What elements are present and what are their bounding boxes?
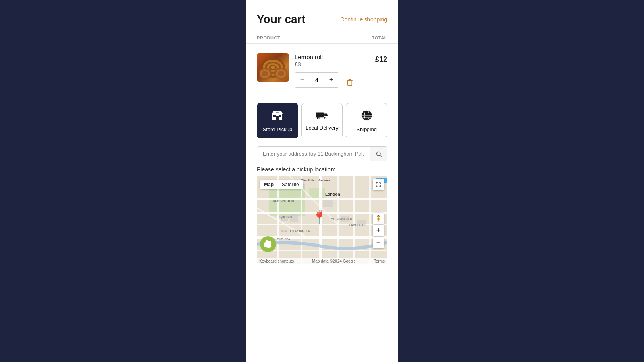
svg-rect-17 — [316, 112, 324, 117]
cart-panel: Your cart Continue shopping PRODUCT TOTA… — [246, 0, 398, 362]
map-type-satellite-button[interactable]: Satellite — [278, 180, 303, 189]
address-search-bar — [257, 146, 387, 161]
cart-title: Your cart — [257, 13, 305, 26]
cart-item-row: Lemon roll £3 − 4 + £12 — [246, 47, 398, 95]
delivery-options: Store Pickup Local Delivery — [246, 95, 398, 145]
svg-point-8 — [278, 71, 284, 76]
address-search-button[interactable] — [370, 147, 387, 161]
globe-icon — [360, 109, 373, 122]
delivery-truck-icon — [316, 109, 328, 120]
map-zoom-controls: + − — [373, 225, 384, 248]
local-delivery-label: Local Delivery — [305, 125, 339, 131]
store-icon — [271, 109, 284, 122]
svg-rect-22 — [324, 114, 325, 116]
map-data-label: Map data ©2024 Google — [312, 259, 356, 263]
pickup-location-label: Please select a pickup location: — [246, 166, 398, 176]
search-icon — [376, 151, 382, 157]
svg-rect-38 — [257, 250, 387, 251]
product-name: Lemon roll — [295, 53, 369, 60]
svg-text:London: London — [325, 192, 340, 197]
svg-rect-37 — [257, 236, 387, 239]
svg-line-30 — [380, 155, 382, 157]
svg-rect-16 — [276, 112, 279, 113]
svg-rect-49 — [323, 200, 333, 207]
map-terms-label[interactable]: Terms — [374, 259, 385, 263]
svg-text:Hyde Park: Hyde Park — [279, 216, 292, 219]
map-pegman[interactable]: 🧍 — [373, 213, 384, 224]
product-total: £12 — [375, 53, 387, 64]
fullscreen-icon — [376, 182, 381, 187]
product-column-label: PRODUCT — [257, 35, 280, 40]
continue-shopping-button[interactable]: Continue shopping — [340, 16, 387, 23]
product-image-inner — [257, 53, 289, 82]
cart-header: Your cart Continue shopping — [246, 0, 398, 32]
shipping-label: Shipping — [356, 126, 377, 132]
svg-text:LAMBETH: LAMBETH — [349, 224, 363, 226]
map-background: KENSINGTON London Hyde Park WESTMINSTER … — [257, 176, 387, 264]
svg-rect-13 — [276, 116, 279, 120]
shipping-icon — [360, 109, 373, 123]
delete-item-button[interactable] — [346, 79, 353, 88]
quantity-controls: − 4 + — [295, 72, 339, 88]
map-type-buttons: Map Satellite — [260, 180, 303, 189]
svg-point-5 — [271, 66, 275, 69]
map-zoom-in-button[interactable]: + — [373, 225, 384, 236]
map-fullscreen-button[interactable] — [373, 179, 384, 190]
product-unit-price: £3 — [295, 61, 369, 68]
svg-rect-14 — [273, 115, 276, 117]
svg-text:CHELSEA: CHELSEA — [277, 238, 290, 241]
map-type-map-button[interactable]: Map — [260, 180, 278, 189]
map-location-pin: 📍 — [312, 211, 326, 224]
quantity-value: 4 — [310, 73, 324, 87]
quantity-increase-button[interactable]: + — [324, 73, 339, 87]
svg-rect-15 — [279, 115, 281, 117]
svg-text:KENSINGTON: KENSINGTON — [273, 199, 294, 203]
address-input[interactable] — [257, 147, 370, 161]
map-attribution: Keyboard shortcuts Map data ©2024 Google… — [257, 258, 387, 264]
map-container[interactable]: KENSINGTON London Hyde Park WESTMINSTER … — [257, 176, 387, 264]
map-controls-top: Map Satellite — [260, 179, 384, 190]
shopify-logo — [260, 236, 276, 252]
svg-point-29 — [376, 152, 380, 155]
quantity-decrease-button[interactable]: − — [295, 73, 310, 87]
trash-icon — [346, 79, 353, 86]
product-details: Lemon roll £3 − 4 + — [295, 53, 369, 88]
product-image — [257, 53, 289, 82]
local-delivery-option[interactable]: Local Delivery — [301, 103, 343, 138]
store-pickup-option[interactable]: Store Pickup — [257, 103, 298, 138]
svg-point-11 — [262, 71, 268, 76]
total-column-label: TOTAL — [372, 35, 387, 40]
svg-point-21 — [324, 117, 326, 119]
shopify-icon — [264, 240, 272, 249]
local-delivery-icon — [316, 109, 328, 121]
svg-text:WESTMINSTER: WESTMINSTER — [331, 218, 352, 220]
store-pickup-label: Store Pickup — [262, 126, 292, 132]
cinnamon-roll-image — [259, 56, 287, 80]
column-headers: PRODUCT TOTAL — [246, 32, 398, 44]
svg-point-19 — [318, 117, 319, 119]
map-zoom-out-button[interactable]: − — [373, 237, 384, 248]
store-pickup-icon — [271, 109, 284, 123]
svg-text:SOUTH KENSINGTON: SOUTH KENSINGTON — [281, 230, 310, 232]
shipping-option[interactable]: Shipping — [346, 103, 387, 138]
keyboard-shortcuts-label[interactable]: Keyboard shortcuts — [259, 259, 294, 263]
